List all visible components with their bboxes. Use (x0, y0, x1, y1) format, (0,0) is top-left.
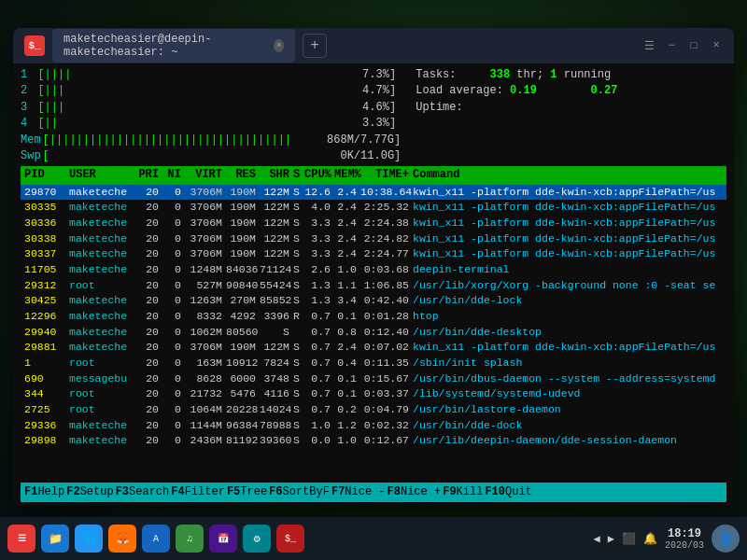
tab-title: maketecheasier@deepin-maketecheasier: ~ (63, 33, 266, 59)
minimize-button[interactable]: − (665, 39, 678, 52)
table-row[interactable]: 2725 root 20 0 1064M 20228 14024 S 0.7 0… (21, 402, 726, 418)
cpu-row-1: 1 [|||| 7.3%] (21, 67, 401, 83)
terminal-logo-icon: $_ (24, 35, 45, 56)
htop-container: 1 [|||| 7.3%] 2 [||| (21, 67, 726, 502)
close-button[interactable]: × (710, 39, 723, 52)
taskbar-clock: 18:19 2020/03 (665, 527, 704, 551)
taskbar: ☰ 📁 🌐 🦊 A ♫ 📅 ⚙ $_ (0, 517, 747, 560)
terminal-tab[interactable]: maketecheasier@deepin-maketecheasier: ~ … (52, 29, 295, 63)
notification-icon[interactable]: 🔔 (643, 532, 657, 546)
table-row[interactable]: 30336 maketeche 20 0 3706M 190M 122M S 3… (21, 216, 726, 231)
htop-header: 1 [|||| 7.3%] 2 [||| (21, 67, 726, 164)
table-row[interactable]: 29870 maketeche 20 0 3706M 190M 122M S 1… (21, 185, 726, 201)
tasks-row: Tasks: 338 thr; 1 running (416, 67, 726, 83)
table-row[interactable]: 1 root 20 0 163M 10912 7824 S 0.7 0.4 0:… (21, 356, 726, 371)
taskbar-browser-icon[interactable]: 🌐 (75, 525, 103, 553)
menu-button[interactable]: ☰ (642, 39, 655, 52)
table-row[interactable]: 30337 maketeche 20 0 3706M 190M 122M S 3… (21, 246, 726, 262)
clock-time: 18:19 (668, 527, 701, 540)
desktop: $_ maketecheasier@deepin-maketecheasier:… (0, 0, 747, 560)
taskbar-nav-left[interactable]: ◀ (594, 532, 600, 546)
user-avatar[interactable]: 👤 (712, 525, 740, 553)
taskbar-screen-icon[interactable]: ⬛ (622, 532, 636, 546)
table-row[interactable]: 29312 root 20 0 527M 90840 55424 S 1.3 1… (21, 278, 726, 294)
taskbar-nav-right[interactable]: ▶ (608, 532, 614, 546)
terminal-content: 1 [|||| 7.3%] 2 [||| (13, 63, 734, 506)
fn-key-f6[interactable]: F6SortByF (269, 484, 330, 500)
window-controls: ☰ − □ × (642, 39, 723, 52)
cpu-row-4: 4 [|| 3.3%] (21, 116, 401, 132)
clock-date: 2020/03 (665, 540, 704, 551)
taskbar-files-icon[interactable]: 📁 (41, 525, 69, 553)
taskbar-app1-icon[interactable]: A (142, 525, 170, 553)
taskbar-terminal-icon[interactable]: $_ (276, 525, 304, 553)
table-header: PID USER PRI NI VIRT RES SHR S CPU% MEM%… (21, 166, 726, 184)
title-bar: $_ maketecheasier@deepin-maketecheasier:… (13, 28, 734, 63)
process-table: 29870 maketeche 20 0 3706M 190M 122M S 1… (21, 185, 726, 483)
close-tab-button[interactable]: × (274, 39, 284, 52)
table-row[interactable]: 29940 maketeche 20 0 1062M 80560 S 0.7 0… (21, 325, 726, 341)
fn-key-f9[interactable]: F9Kill (443, 484, 483, 500)
fn-key-f8[interactable]: F8Nice + (388, 484, 442, 500)
table-row[interactable]: 30425 maketeche 20 0 1263M 270M 85852 S … (21, 293, 726, 309)
table-row[interactable]: 29898 maketeche 20 0 2436M 81192 39360 S… (21, 433, 726, 449)
table-row[interactable]: 30335 maketeche 20 0 3706M 190M 122M S 4… (21, 200, 726, 216)
table-row[interactable]: 344 root 20 0 21732 5476 4116 S 0.7 0.1 … (21, 386, 726, 402)
fn-key-f1[interactable]: F1Help (24, 484, 64, 500)
taskbar-settings-icon[interactable]: ⚙ (243, 525, 271, 553)
taskbar-app2-icon[interactable]: ♫ (176, 525, 204, 553)
add-tab-button[interactable]: + (303, 34, 327, 58)
fn-key-f2[interactable]: F2Setup (66, 484, 113, 500)
table-row[interactable]: 29336 maketeche 20 0 1144M 96384 78988 S… (21, 418, 726, 434)
taskbar-launcher-icon[interactable]: ☰ (7, 525, 35, 553)
table-row[interactable]: 690 messagebu 20 0 8628 6000 3748 S 0.7 … (21, 371, 726, 387)
taskbar-cal-icon[interactable]: 📅 (209, 525, 237, 553)
fn-key-f4[interactable]: F4Filter (171, 484, 225, 500)
mem-row: Mem [|||||||||||||||||||||||||||||||||||… (21, 133, 401, 148)
cpu-row-3: 3 [||| 4.6%] (21, 100, 401, 116)
table-row[interactable]: 11705 maketeche 20 0 1248M 84036 71124 S… (21, 262, 726, 278)
fn-key-f3[interactable]: F3Search (116, 484, 170, 500)
fn-key-f10[interactable]: F10Quit (485, 484, 531, 500)
load-row: Load average: 0.19 0.27 (416, 83, 726, 99)
uptime-row: Uptime: (416, 100, 726, 116)
fn-key-bar: F1HelpF2SetupF3SearchF4FilterF5TreeF6Sor… (21, 483, 726, 502)
swp-row: Swp [ 0K/11.0G] (21, 148, 401, 164)
fn-key-f7[interactable]: F7Nice - (331, 484, 386, 500)
taskbar-right: ◀ ▶ ⬛ 🔔 18:19 2020/03 👤 (594, 525, 740, 553)
fn-key-f5[interactable]: F5Tree (227, 484, 267, 500)
taskbar-left: ☰ 📁 🌐 🦊 A ♫ 📅 ⚙ $_ (7, 525, 304, 553)
cpu-row-2: 2 [||| 4.7%] (21, 83, 401, 99)
taskbar-fox-icon[interactable]: 🦊 (108, 525, 136, 553)
maximize-button[interactable]: □ (687, 39, 700, 52)
table-row[interactable]: 29881 maketeche 20 0 3706M 190M 122M S 0… (21, 340, 726, 356)
table-row[interactable]: 12296 maketeche 20 0 8332 4292 3396 R 0.… (21, 309, 726, 325)
table-row[interactable]: 30338 maketeche 20 0 3706M 190M 122M S 3… (21, 231, 726, 247)
terminal-window: $_ maketecheasier@deepin-maketecheasier:… (13, 28, 734, 506)
